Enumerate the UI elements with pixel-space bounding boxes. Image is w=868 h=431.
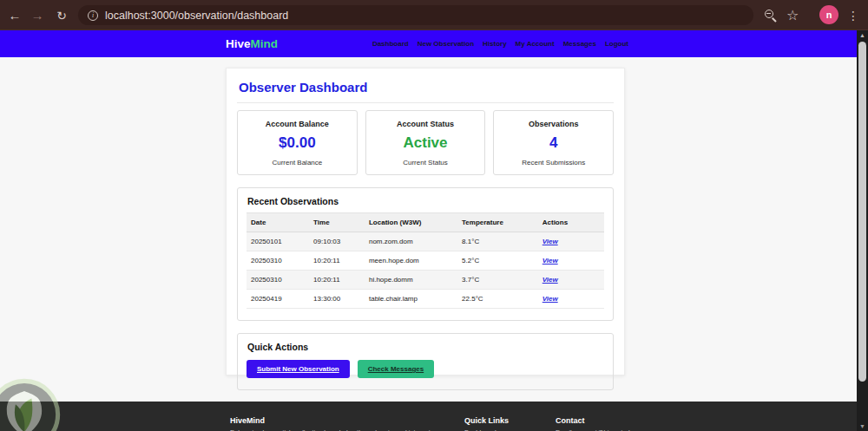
profile-avatar[interactable]: n bbox=[819, 5, 838, 24]
footer-brand-column: HiveMind Enhancing humanity's collective… bbox=[230, 416, 451, 431]
table-row: 20250419 13:30:00 table.chair.lamp 22.5°… bbox=[247, 290, 604, 309]
cell-temperature: 8.1°C bbox=[457, 232, 538, 251]
cell-location: nom.zom.dom bbox=[365, 232, 457, 251]
cell-temperature: 22.5°C bbox=[457, 290, 538, 309]
quick-actions-section: Quick Actions Submit New Observation Che… bbox=[237, 333, 614, 390]
table-row: 20250310 10:20:11 meen.hope.dom 5.2°C Vi… bbox=[247, 251, 604, 271]
brand-mind: Mind bbox=[251, 37, 279, 50]
stat-value: $0.00 bbox=[241, 134, 353, 152]
nav-link-messages[interactable]: Messages bbox=[563, 40, 596, 48]
footer-contact-column: Contact Email: support@hivemind.org bbox=[556, 416, 712, 431]
brand-logo[interactable]: HiveMind bbox=[226, 37, 278, 50]
cell-time: 10:20:11 bbox=[309, 251, 365, 271]
page-scrollbar[interactable]: ▲ ▼ bbox=[857, 30, 868, 431]
stat-caption: Current Status bbox=[370, 159, 482, 167]
reload-icon[interactable]: ↻ bbox=[50, 0, 73, 30]
back-icon[interactable]: ← bbox=[3, 0, 26, 30]
col-header-date: Date bbox=[247, 213, 309, 232]
cell-date: 20250101 bbox=[247, 232, 309, 251]
nav-link-my-account[interactable]: My Account bbox=[516, 40, 555, 48]
table-header-row: Date Time Location (W3W) Temperature Act… bbox=[247, 213, 604, 232]
cell-time: 09:10:03 bbox=[309, 232, 365, 251]
scroll-down-icon[interactable]: ▼ bbox=[857, 423, 868, 429]
footer-quick-links-heading: Quick Links bbox=[464, 416, 547, 425]
table-row: 20250310 10:20:11 hi.hope.domm 3.7°C Vie… bbox=[247, 271, 604, 290]
stat-account-balance: Account Balance $0.00 Current Balance bbox=[237, 110, 358, 175]
cell-location: meen.hope.dom bbox=[365, 251, 457, 271]
view-link[interactable]: View bbox=[542, 238, 558, 245]
cell-time: 10:20:11 bbox=[309, 271, 365, 290]
stat-caption: Recent Submissions bbox=[497, 159, 609, 167]
stats-row: Account Balance $0.00 Current Balance Ac… bbox=[237, 110, 614, 175]
page-title: Observer Dashboard bbox=[239, 80, 614, 95]
col-header-temperature: Temperature bbox=[457, 213, 538, 232]
col-header-actions: Actions bbox=[538, 213, 604, 232]
footer-quick-links-column: Quick Links Dashboard bbox=[464, 416, 547, 431]
col-header-location: Location (W3W) bbox=[365, 213, 457, 232]
address-bar[interactable]: i localhost:3000/observation/dashboard bbox=[78, 5, 753, 25]
scrollbar-thumb[interactable] bbox=[858, 42, 866, 382]
scroll-up-icon[interactable]: ▲ bbox=[857, 32, 868, 38]
cell-location: table.chair.lamp bbox=[365, 290, 457, 309]
submit-new-observation-button[interactable]: Submit New Observation bbox=[247, 360, 350, 378]
browser-toolbar: ← → ↻ i localhost:3000/observation/dashb… bbox=[0, 0, 868, 30]
brand-hive: Hive bbox=[226, 37, 251, 50]
stat-title: Account Status bbox=[370, 120, 482, 128]
cell-temperature: 3.7°C bbox=[457, 271, 538, 290]
cell-temperature: 5.2°C bbox=[457, 251, 538, 271]
site-info-icon[interactable]: i bbox=[88, 10, 98, 21]
cell-date: 20250310 bbox=[247, 251, 309, 271]
quick-actions-buttons: Submit New Observation Check Messages bbox=[247, 360, 604, 378]
stat-account-status: Account Status Active Current Status bbox=[365, 110, 486, 175]
stat-value: Active bbox=[370, 134, 482, 152]
footer-contact-heading: Contact bbox=[556, 416, 712, 425]
recent-observations-heading: Recent Observations bbox=[247, 196, 604, 206]
page-background: Observer Dashboard Account Balance $0.00… bbox=[0, 57, 857, 402]
quick-actions-heading: Quick Actions bbox=[247, 342, 604, 352]
stat-value: 4 bbox=[497, 134, 609, 152]
cell-date: 20250419 bbox=[247, 290, 309, 309]
nav-link-dashboard[interactable]: Dashboard bbox=[372, 40, 409, 48]
recent-observations-section: Recent Observations Date Time Location (… bbox=[237, 187, 614, 321]
check-messages-button[interactable]: Check Messages bbox=[358, 360, 434, 378]
navbar-container: HiveMind Dashboard New Observation Histo… bbox=[226, 30, 628, 57]
title-divider bbox=[237, 102, 614, 103]
footer-brand-heading: HiveMind bbox=[230, 416, 451, 425]
view-link[interactable]: View bbox=[542, 257, 558, 264]
nav-links: Dashboard New Observation History My Acc… bbox=[372, 40, 628, 48]
stat-caption: Current Balance bbox=[241, 159, 353, 167]
bookmark-star-icon[interactable]: ☆ bbox=[786, 0, 799, 30]
col-header-time: Time bbox=[309, 213, 365, 232]
cell-date: 20250310 bbox=[247, 271, 309, 290]
observations-table: Date Time Location (W3W) Temperature Act… bbox=[247, 212, 604, 309]
dashboard-card: Observer Dashboard Account Balance $0.00… bbox=[226, 68, 625, 375]
url-text: localhost:3000/observation/dashboard bbox=[105, 10, 288, 22]
page-footer: HiveMind Enhancing humanity's collective… bbox=[0, 402, 868, 431]
zoom-out-icon[interactable] bbox=[765, 10, 773, 18]
view-link[interactable]: View bbox=[542, 276, 558, 284]
browser-menu-icon[interactable]: ⋮ bbox=[847, 0, 859, 30]
cell-time: 13:30:00 bbox=[309, 290, 365, 309]
cell-location: hi.hope.domm bbox=[365, 271, 457, 290]
table-row: 20250101 09:10:03 nom.zom.dom 8.1°C View bbox=[247, 232, 604, 251]
nav-link-history[interactable]: History bbox=[483, 40, 507, 48]
stat-title: Account Balance bbox=[241, 120, 353, 128]
view-link[interactable]: View bbox=[542, 295, 558, 303]
app-navbar: HiveMind Dashboard New Observation Histo… bbox=[0, 30, 857, 57]
stat-observations: Observations 4 Recent Submissions bbox=[493, 110, 614, 175]
nav-link-new-observation[interactable]: New Observation bbox=[418, 40, 474, 48]
forward-icon[interactable]: → bbox=[26, 0, 49, 30]
nav-link-logout[interactable]: Logout bbox=[605, 40, 628, 48]
stat-title: Observations bbox=[497, 120, 609, 128]
